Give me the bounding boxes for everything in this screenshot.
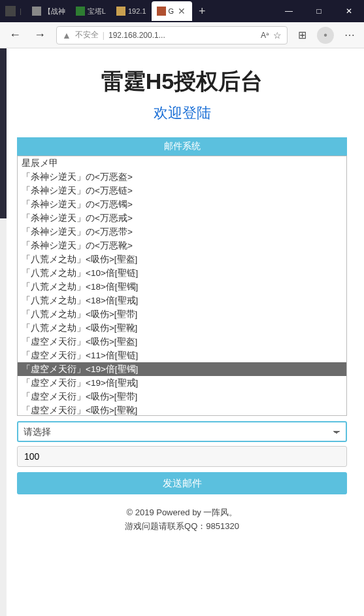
list-item[interactable]: 「八荒メ之劫」<吸伤>[聖靴] [18,321,346,335]
window-titlebar: | 【战神 宝塔L 192.1 G ✕ + — □ ✕ [0,0,364,22]
list-item[interactable]: 「虚空メ天衍」<吸伤>[聖靴] [18,403,346,416]
list-item[interactable]: 「虚空メ天衍」<吸伤>[聖带] [18,390,346,403]
url-text: 192.168.200.1... [108,31,165,40]
panel-header: 邮件系统 [17,137,347,156]
tab-1[interactable]: 宝塔L [71,1,111,21]
list-item[interactable]: 「八荒メ之劫」<18>倍[聖镯] [18,280,346,294]
reader-icon[interactable]: Aᵃ [261,31,269,40]
list-item[interactable]: 「杀神シ逆天」の<万恶靴> [18,239,346,252]
maximize-button[interactable]: □ [304,0,334,22]
extensions-icon[interactable]: ⊞ [295,26,309,44]
list-item[interactable]: 「杀神シ逆天」の<万恶盔> [18,170,346,184]
minimize-button[interactable]: — [274,0,304,22]
page-content: 雷霆H5授权后台 欢迎登陆 邮件系统 星辰メ甲「杀神シ逆天」の<万恶盔>「杀神シ… [0,48,364,616]
footer: © 2019 Powered by 一阵风。 游戏问题请联系QQ：9851320 [17,506,347,534]
list-item[interactable]: 「八荒メ之劫」<18>倍[聖戒] [18,294,346,307]
tab-2[interactable]: 192.1 [111,1,152,21]
quantity-input[interactable] [17,446,347,467]
address-bar[interactable]: ▲ 不安全 | 192.168.200.1... Aᵃ ☆ [56,26,288,44]
browser-tabs: 【战神 宝塔L 192.1 G ✕ + [27,1,212,21]
select-dropdown[interactable]: 请选择 [17,421,347,442]
app-icon [5,6,16,16]
menu-icon[interactable]: ⋯ [342,26,357,44]
list-item[interactable]: 「八荒メ之劫」<10>倍[聖链] [18,266,346,280]
divider: | [20,7,22,15]
list-item[interactable]: 「虚空メ天衍」<19>倍[聖镯] [18,362,346,376]
footer-line1: © 2019 Powered by 一阵风。 [17,506,347,520]
tab-3-active[interactable]: G ✕ [152,1,193,21]
list-item[interactable]: 「杀神シ逆天」の<万恶戒> [18,211,346,225]
send-button[interactable]: 发送邮件 [17,472,347,494]
tab-0[interactable]: 【战神 [27,1,71,21]
list-item[interactable]: 「虚空メ天衍」<11>倍[聖链] [18,349,346,362]
page-subtitle[interactable]: 欢迎登陆 [17,103,347,137]
list-item[interactable]: 「杀神シ逆天」の<万恶链> [18,184,346,197]
warning-icon: ▲ [62,30,71,41]
list-item[interactable]: 「虚空メ天衍」<吸伤>[聖盔] [18,335,346,349]
list-item[interactable]: 「杀神シ逆天」の<万恶带> [18,225,346,239]
list-item[interactable]: 「杀神シ逆天」の<万恶镯> [18,197,346,211]
left-edge-strip [0,48,7,616]
new-tab-button[interactable]: + [192,5,212,18]
browser-toolbar: ← → ▲ 不安全 | 192.168.200.1... Aᵃ ☆ ⊞ • ⋯ [0,22,364,48]
list-item[interactable]: 「八荒メ之劫」<吸伤>[聖带] [18,307,346,321]
favorite-icon[interactable]: ☆ [273,30,282,41]
close-icon[interactable]: ✕ [176,6,187,16]
profile-avatar[interactable]: • [317,27,334,44]
footer-line2: 游戏问题请联系QQ：9851320 [17,520,347,534]
window-close-button[interactable]: ✕ [334,0,364,22]
forward-button[interactable]: → [31,26,48,44]
insecure-label: 不安全 [75,29,99,41]
back-button[interactable]: ← [7,26,24,44]
list-item[interactable]: 「八荒メ之劫」<吸伤>[聖盔] [18,252,346,266]
list-item[interactable]: 星辰メ甲 [18,156,346,170]
page-title: 雷霆H5授权后台 [17,48,347,103]
divider: | [103,31,105,40]
item-listbox[interactable]: 星辰メ甲「杀神シ逆天」の<万恶盔>「杀神シ逆天」の<万恶链>「杀神シ逆天」の<万… [17,156,347,416]
list-item[interactable]: 「虚空メ天衍」<19>倍[聖戒] [18,376,346,390]
